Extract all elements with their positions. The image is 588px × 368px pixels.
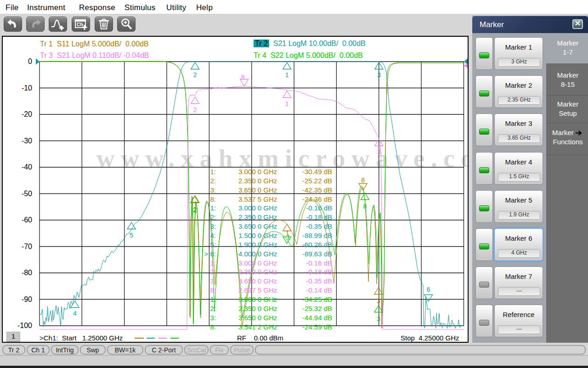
svg-text:2: 2	[193, 71, 197, 79]
svg-text:3: 3	[377, 148, 381, 156]
svg-text:3: 3	[377, 71, 381, 79]
svg-text:1: 1	[285, 71, 289, 79]
svg-text:8: 8	[241, 74, 245, 81]
svg-text:2: 2	[193, 106, 197, 113]
svg-text:1: 1	[285, 100, 289, 108]
svg-text:Ch: Ch	[77, 22, 84, 27]
